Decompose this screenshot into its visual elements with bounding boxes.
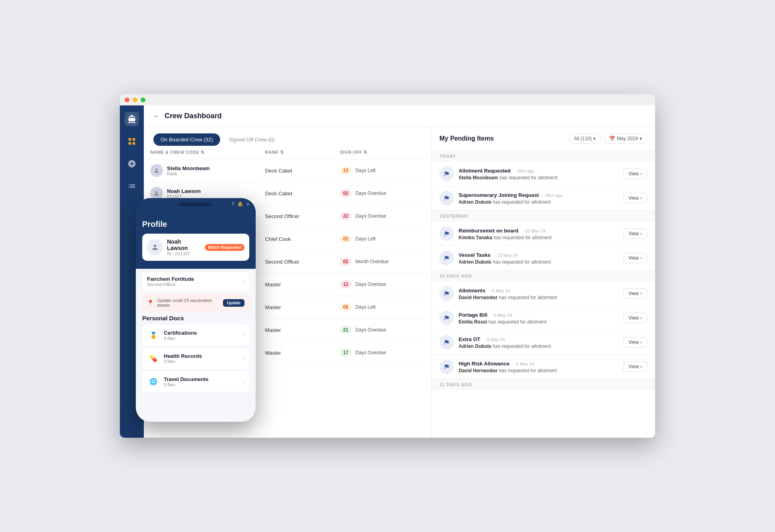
back-button[interactable]: ← <box>153 113 160 120</box>
pending-item-name: High Risk Allowance · 5 May 24 <box>459 360 618 367</box>
days-badge: 21 <box>340 326 352 334</box>
filter-all-btn[interactable]: All (110) ▾ <box>569 133 601 144</box>
chevron-right-icon: › <box>640 231 642 236</box>
crew-rank: Chief Cook <box>259 228 334 250</box>
pending-item: Supernumerary Joining Request · 45m ago … <box>431 186 655 210</box>
doc-item[interactable]: 💊 Health Records 3 files › <box>142 348 249 369</box>
pending-flag-icon <box>439 286 454 301</box>
pending-flag-icon <box>439 335 454 349</box>
crew-signoff: 05 Days Left <box>334 296 431 319</box>
svg-rect-1 <box>133 138 135 141</box>
chevron-right-icon: › <box>640 195 642 201</box>
sidebar-item-ship[interactable] <box>125 112 139 126</box>
crew-rank: Deck Cabet <box>259 182 334 205</box>
doc-name: Certifications <box>164 330 239 336</box>
phone-profile-header: Profile Noah Lawson IN - 011327 Match Re… <box>136 215 256 269</box>
location-icon: 📍 <box>147 300 154 306</box>
view-button[interactable]: View › <box>623 337 647 347</box>
menu-icon: ≡ <box>246 201 249 207</box>
chevron-right-icon: › <box>640 339 642 345</box>
doc-chevron-icon: › <box>243 332 244 338</box>
days-badge: 05 <box>340 303 352 311</box>
pending-sub: Adrien Dubois has requested for allotmen… <box>459 343 618 349</box>
pending-sub: Kimiko Tanaka has requested for allotmen… <box>459 235 618 240</box>
crew-signoff: 02 Month Overdue <box>334 250 431 273</box>
pending-section-label: 21 DAYS AGO <box>431 379 655 390</box>
pending-info: Portage Bill · 5 May 24 Emilia Rossi has… <box>459 311 618 325</box>
pending-section-label: YESTERDAY <box>431 210 655 222</box>
crew-info: Stella Moonbeam Rank <box>167 165 210 176</box>
pending-section-label: 10 DAYS AGO <box>431 270 655 282</box>
chevron-right-icon: › <box>640 291 642 296</box>
pending-sub: David Hernandez has requested for allotm… <box>459 295 618 300</box>
sidebar-item-list[interactable] <box>125 179 139 193</box>
chevron-right-icon: › <box>640 171 642 177</box>
view-button[interactable]: View › <box>623 253 647 263</box>
phone-notch: ? 🔔 ≡ <box>136 198 256 214</box>
view-button[interactable]: View › <box>623 313 647 323</box>
svg-rect-2 <box>129 142 131 145</box>
doc-icon: 🌐 <box>147 375 160 388</box>
pending-list: TODAY Allotment Requested · 45m ago Stel… <box>431 151 655 438</box>
pending-flag-icon <box>439 311 454 325</box>
filter-date-btn[interactable]: 📅 May 2024 ▾ <box>604 133 647 144</box>
phone-docs-section: Personal Docs 🏅 Certifications 9 files ›… <box>136 315 256 394</box>
days-label: Month Overdue <box>356 259 389 264</box>
chevron-right-icon: › <box>640 255 642 261</box>
days-label: Days Overdue <box>356 327 386 333</box>
sidebar-item-add[interactable] <box>125 157 139 171</box>
view-button[interactable]: View › <box>623 193 647 203</box>
pending-item: Portage Bill · 5 May 24 Emilia Rossi has… <box>431 306 655 330</box>
bell-icon: 🔔 <box>237 201 243 207</box>
doc-item[interactable]: 🏅 Certifications 9 files › <box>142 325 249 345</box>
days-badge: 02 <box>340 235 352 243</box>
view-button[interactable]: View › <box>623 228 647 239</box>
crew-signoff: 21 Days Overdue <box>334 319 431 341</box>
phone-profile-card: Noah Lawson IN - 011327 Match Requested <box>142 234 249 261</box>
pending-header: My Pending Items All (110) ▾ 📅 May 2024 … <box>431 127 655 151</box>
days-label: Days Left <box>356 168 376 173</box>
phone-content: Profile Noah Lawson IN - 011327 Match Re… <box>136 215 256 422</box>
tab-signedoff[interactable]: Signed Off Crew (0) <box>222 133 282 146</box>
pending-flag-icon <box>439 191 454 205</box>
crew-signoff: 13 Days Left <box>334 159 431 182</box>
table-row[interactable]: Stella Moonbeam Rank Deck Cabet 13 Days … <box>144 159 431 182</box>
docs-title: Personal Docs <box>142 315 249 322</box>
days-label: Days Overdue <box>356 350 386 355</box>
phone-avatar <box>147 239 163 255</box>
maximize-btn[interactable] <box>141 97 145 102</box>
pending-sub: Emilia Rossi has requested for allotment <box>459 319 618 325</box>
minimize-btn[interactable] <box>133 97 137 102</box>
doc-count: 9 files <box>164 336 239 341</box>
view-button[interactable]: View › <box>623 288 647 299</box>
sidebar-item-grid[interactable] <box>125 134 139 149</box>
phone-vessel-info[interactable]: Fairchem Fortitude Second Officer › <box>142 272 249 291</box>
doc-info: Certifications 9 files <box>164 330 239 341</box>
pending-flag-icon <box>439 359 454 374</box>
chevron-right-icon: › <box>640 364 642 369</box>
pending-item: Reimbursemet on board · 15 May 24 Kimiko… <box>431 222 655 246</box>
doc-count: 5 files <box>164 382 239 387</box>
pending-info: Allotments · 5 May 24 David Hernandez ha… <box>459 287 618 300</box>
doc-name: Health Records <box>164 353 239 359</box>
crew-name-cell: Stella Moonbeam Rank <box>144 159 259 182</box>
view-button[interactable]: View › <box>623 361 647 372</box>
days-label: Days Left <box>356 304 376 310</box>
col-signoff: SIGN OFF ⇅ <box>334 146 431 159</box>
phone-profile-info: Noah Lawson IN - 011327 <box>167 238 201 256</box>
close-btn[interactable] <box>125 97 129 102</box>
tab-onboarded[interactable]: On Boarded Crew (32) <box>153 133 220 146</box>
crew-rank: Master <box>259 341 334 364</box>
crew-avatar <box>150 164 163 177</box>
doc-item[interactable]: 🌐 Travel Documents 5 files › <box>142 371 249 392</box>
crew-name: Stella Moonbeam <box>167 165 210 171</box>
pending-item: Vessel Tasks · 15 May 24 Adrien Dubois h… <box>431 246 655 270</box>
alert-text: Update covid 19 vaccination details <box>157 298 220 308</box>
days-badge: 12 <box>340 280 352 288</box>
crew-code: Rank <box>167 171 210 176</box>
alert-update-btn[interactable]: Update <box>223 299 244 307</box>
view-button[interactable]: View › <box>623 169 647 179</box>
crew-signoff: 22 Days Overdue <box>334 205 431 228</box>
vessel-details: Fairchem Fortitude Second Officer <box>147 276 194 287</box>
doc-name: Travel Documents <box>164 376 239 382</box>
